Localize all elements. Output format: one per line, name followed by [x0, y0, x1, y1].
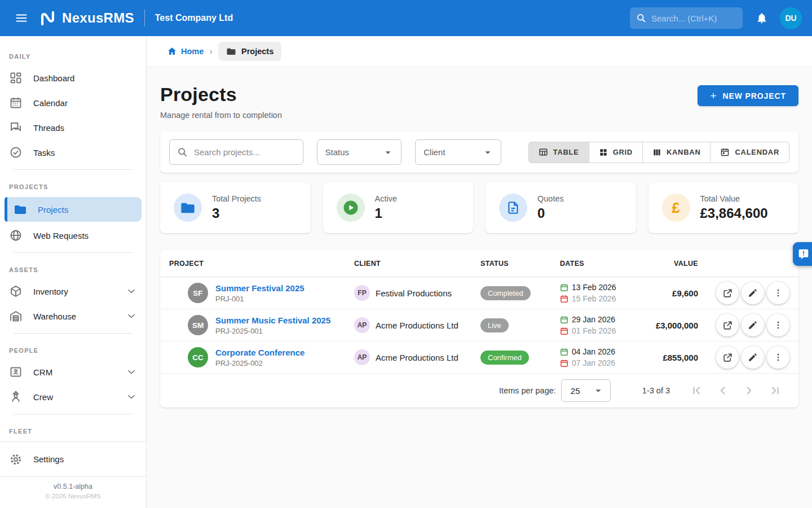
client-select[interactable]: Client	[415, 139, 501, 165]
page-header: Projects Manage rental from to completio…	[160, 84, 798, 120]
feedback-button[interactable]	[793, 242, 812, 266]
global-search-input[interactable]	[651, 14, 737, 23]
box-icon	[9, 284, 23, 298]
bell-icon	[756, 12, 768, 24]
project-search-field[interactable]	[169, 139, 303, 165]
sidebar-item-web-requests[interactable]: Web Requests	[0, 223, 146, 248]
nexusrms-logo-icon	[38, 10, 57, 27]
main-content: Home › Projects Projects Manage rental f…	[147, 36, 812, 508]
dropdown-arrow-icon	[482, 146, 494, 159]
sidebar-item-threads[interactable]: Threads	[0, 115, 146, 140]
stat-value: 1	[375, 205, 398, 221]
sidebar-item-label: Dashboard	[33, 73, 74, 83]
open-project-button[interactable]	[716, 346, 739, 369]
sidebar-item-label: Inventory	[33, 287, 68, 296]
open-project-button[interactable]	[716, 314, 739, 336]
project-name-link[interactable]: Summer Festival 2025	[215, 283, 304, 293]
last-page-button[interactable]	[764, 379, 786, 402]
stat-value: £3,864,600	[700, 205, 768, 221]
project-name-link[interactable]: Corporate Conference	[215, 348, 304, 357]
project-name-link[interactable]: Summer Music Festival 2025	[215, 316, 330, 325]
previous-page-button[interactable]	[712, 379, 734, 402]
section-label-people: PEOPLE	[0, 338, 146, 360]
section-label-assets: ASSETS	[0, 257, 146, 279]
client-avatar: FP	[354, 285, 370, 301]
new-project-button[interactable]: + NEW PROJECT	[698, 85, 798, 106]
stat-value: 0	[537, 205, 564, 221]
copyright: © 2026 NexusRMS	[0, 493, 146, 500]
project-code: PRJ-2025-002	[215, 359, 304, 367]
project-search-input[interactable]	[194, 147, 296, 157]
col-dates: DATES	[560, 260, 648, 268]
view-table-button[interactable]: TABLE	[528, 142, 589, 163]
folder-icon	[226, 46, 236, 56]
sidebar-item-label: Projects	[38, 205, 68, 214]
sidebar-item-label: Warehouse	[33, 312, 76, 321]
sidebar-item-tasks[interactable]: Tasks	[0, 140, 146, 165]
breadcrumb-current-chip[interactable]: Projects	[218, 42, 281, 61]
table-row[interactable]: SF Summer Festival 2025 PRJ-001 FP Festi…	[160, 277, 798, 309]
view-calendar-button[interactable]: CALENDAR	[710, 142, 789, 163]
app-version: v0.5.1-alpha	[0, 483, 146, 491]
sidebar-item-crm[interactable]: CRM	[0, 360, 146, 384]
sidebar-item-label: Settings	[33, 454, 64, 464]
start-date-icon	[560, 283, 568, 292]
end-date-icon	[560, 295, 568, 303]
brand-name: NexusRMS	[62, 10, 134, 26]
first-page-button[interactable]	[686, 379, 708, 402]
project-avatar: SM	[188, 315, 208, 335]
pencil-icon	[748, 320, 758, 330]
contact-card-icon	[9, 365, 23, 379]
sidebar-item-label: Web Requests	[33, 231, 89, 240]
more-actions-button[interactable]	[767, 346, 789, 369]
open-project-button[interactable]	[716, 282, 739, 304]
client-avatar: AP	[354, 317, 370, 333]
table-row[interactable]: CC Corporate Conference PRJ-2025-002 AP …	[160, 341, 798, 374]
pound-icon: £	[672, 199, 679, 217]
notifications-button[interactable]	[751, 7, 773, 29]
col-client: CLIENT	[354, 260, 480, 268]
stat-value: 3	[212, 205, 261, 221]
sidebar-item-projects[interactable]: Projects	[5, 197, 142, 222]
status-badge: Confirmed	[480, 351, 529, 365]
project-avatar: CC	[188, 347, 208, 367]
global-search[interactable]	[630, 7, 743, 29]
stat-label: Total Projects	[212, 194, 261, 203]
breadcrumb: Home › Projects	[147, 36, 812, 67]
edit-project-button[interactable]	[742, 346, 764, 369]
status-select[interactable]: Status	[317, 139, 402, 165]
more-vert-icon	[773, 288, 783, 298]
sidebar-item-dashboard[interactable]: Dashboard	[0, 65, 146, 90]
menu-button[interactable]	[10, 7, 33, 29]
feedback-bubble-icon	[798, 248, 809, 260]
user-avatar[interactable]: DU	[780, 7, 802, 29]
sidebar-divider	[14, 414, 133, 414]
end-date: 01 Feb 2026	[572, 326, 616, 335]
more-actions-button[interactable]	[767, 314, 789, 336]
globe-icon	[9, 229, 23, 242]
tasks-icon	[9, 146, 23, 159]
sidebar-item-inventory[interactable]: Inventory	[0, 279, 146, 304]
sidebar-item-warehouse[interactable]: Warehouse	[0, 304, 146, 329]
table-row[interactable]: SM Summer Music Festival 2025 PRJ-2025-0…	[160, 309, 798, 341]
next-page-button[interactable]	[738, 379, 760, 402]
edit-project-button[interactable]	[742, 314, 764, 336]
sidebar-item-label: Tasks	[33, 148, 55, 157]
client-name: Festival Productions	[376, 288, 452, 298]
sidebar-item-calendar[interactable]: Calendar	[0, 90, 146, 115]
more-actions-button[interactable]	[767, 282, 789, 304]
page-subtitle: Manage rental from to completion	[160, 111, 282, 120]
gear-icon	[9, 453, 23, 466]
sidebar-item-crew[interactable]: Crew	[0, 384, 146, 409]
page-size-select[interactable]: 25	[561, 379, 611, 402]
dropdown-arrow-icon	[382, 146, 394, 159]
page-title: Projects	[160, 84, 282, 106]
sidebar-item-settings[interactable]: Settings	[0, 442, 146, 476]
edit-project-button[interactable]	[742, 282, 764, 304]
col-project: PROJECT	[169, 260, 354, 268]
page-range: 1-3 of 3	[642, 386, 670, 395]
view-grid-button[interactable]: GRID	[589, 142, 643, 163]
breadcrumb-home-link[interactable]: Home	[167, 46, 204, 56]
view-kanban-button[interactable]: KANBAN	[642, 142, 711, 163]
pencil-icon	[748, 352, 758, 362]
